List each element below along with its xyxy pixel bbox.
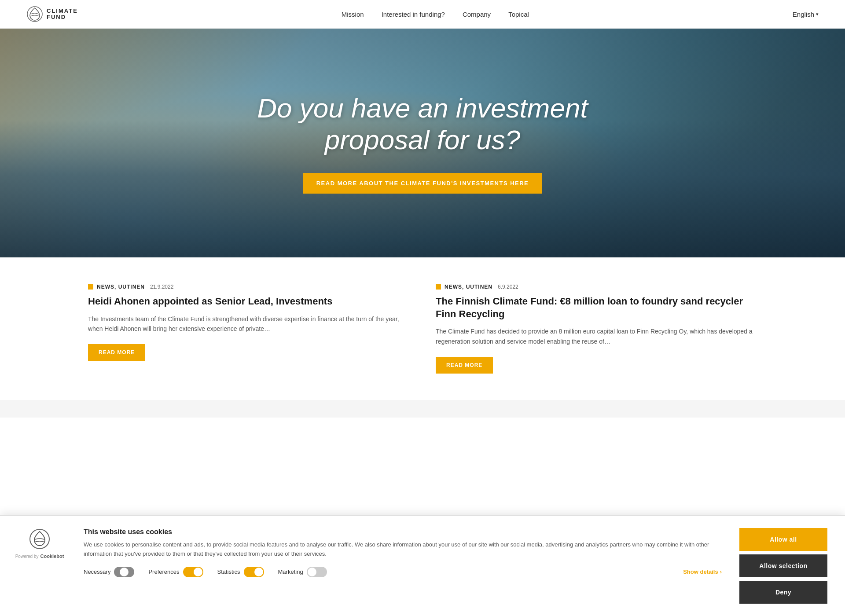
hero-title: Do you have an investment proposal for u… [246, 92, 599, 155]
hero-content: Do you have an investment proposal for u… [246, 92, 599, 194]
language-selector[interactable]: English ▾ [793, 11, 819, 18]
chevron-down-icon: ▾ [816, 11, 819, 17]
nav-topical[interactable]: Topical [508, 11, 529, 18]
news-card-2: NEWS, UUTINEN 6.9.2022 The Finnish Clima… [436, 284, 757, 374]
news-tag-line-2: NEWS, UUTINEN 6.9.2022 [436, 284, 757, 290]
news-card-1: NEWS, UUTINEN 21.9.2022 Heidi Ahonen app… [88, 284, 409, 374]
logo-line2: FUND [47, 14, 78, 20]
nav-mission[interactable]: Mission [342, 11, 364, 18]
news-grid: NEWS, UUTINEN 21.9.2022 Heidi Ahonen app… [88, 284, 757, 374]
page-bottom [0, 400, 845, 418]
news-tag-dot-1 [88, 284, 93, 290]
news-tag-line-1: NEWS, UUTINEN 21.9.2022 [88, 284, 409, 290]
nav-funding[interactable]: Interested in funding? [382, 11, 445, 18]
read-more-button-2[interactable]: READ MORE [436, 357, 493, 374]
hero-cta-button[interactable]: READ MORE ABOUT THE CLIMATE FUND'S INVES… [303, 173, 542, 194]
news-title-1: Heidi Ahonen appointed as Senior Lead, I… [88, 295, 409, 308]
news-excerpt-1: The Investments team of the Climate Fund… [88, 314, 409, 334]
news-tag-2: NEWS, UUTINEN [445, 284, 492, 290]
news-date-2: 6.9.2022 [498, 284, 518, 290]
news-tag-dot-2 [436, 284, 441, 290]
logo-line1: CLIMATE [47, 8, 78, 14]
main-nav: Mission Interested in funding? Company T… [342, 11, 529, 18]
language-label: English [793, 11, 814, 18]
news-date-1: 21.9.2022 [150, 284, 173, 290]
svg-point-0 [27, 7, 42, 22]
news-tag-1: NEWS, UUTINEN [97, 284, 145, 290]
news-title-2: The Finnish Climate Fund: €8 million loa… [436, 295, 757, 320]
nav-company[interactable]: Company [463, 11, 491, 18]
logo[interactable]: CLIMATE FUND [26, 6, 78, 22]
hero-section: Do you have an investment proposal for u… [0, 29, 845, 257]
news-section: NEWS, UUTINEN 21.9.2022 Heidi Ahonen app… [0, 257, 845, 400]
logo-icon [26, 6, 43, 22]
news-excerpt-2: The Climate Fund has decided to provide … [436, 326, 757, 346]
read-more-button-1[interactable]: READ MORE [88, 344, 145, 361]
site-header: CLIMATE FUND Mission Interested in fundi… [0, 0, 845, 29]
